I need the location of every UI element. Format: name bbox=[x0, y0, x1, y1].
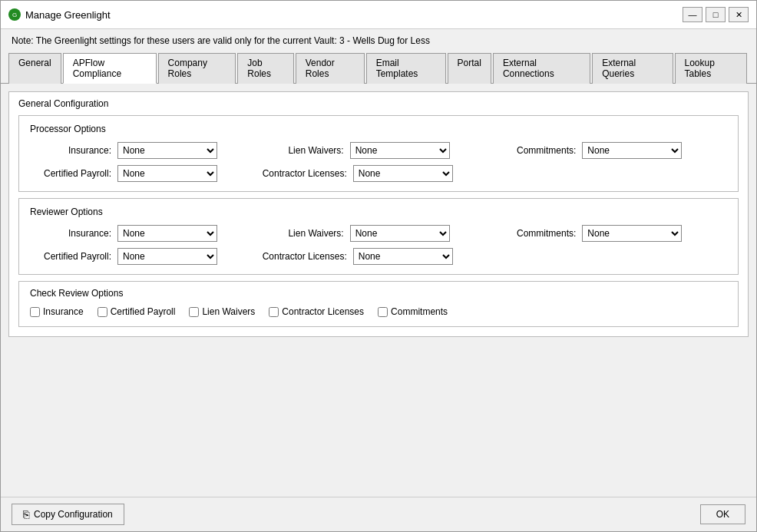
tab-general[interactable]: General bbox=[8, 53, 61, 84]
reviewer-commitments-group: Commitments: None bbox=[494, 225, 727, 242]
window-controls: — □ ✕ bbox=[683, 7, 749, 22]
reviewer-contractor-licenses-group: Contractor Licenses: None bbox=[263, 248, 495, 265]
checkbox-certified-payroll-input[interactable] bbox=[98, 307, 107, 317]
checkbox-lien-waivers[interactable]: Lien Waivers bbox=[189, 306, 255, 317]
tab-external-queries[interactable]: External Queries bbox=[592, 53, 673, 84]
svg-text:G: G bbox=[12, 12, 17, 18]
minimize-button[interactable]: — bbox=[683, 7, 702, 22]
tabs-bar: General APFlow Compliance Company Roles … bbox=[1, 52, 756, 84]
checkbox-insurance-label: Insurance bbox=[43, 306, 84, 317]
checkbox-lien-waivers-label: Lien Waivers bbox=[202, 306, 255, 317]
reviewer-certified-payroll-select[interactable]: None bbox=[117, 248, 217, 265]
note-text: Note: The Greenlight settings for these … bbox=[12, 35, 430, 46]
reviewer-contractor-licenses-label: Contractor Licenses: bbox=[263, 251, 350, 262]
processor-insurance-group: Insurance: None bbox=[30, 142, 263, 159]
general-config-title: General Configuration bbox=[18, 98, 739, 109]
footer: ⎘ Copy Configuration OK bbox=[1, 497, 756, 531]
reviewer-insurance-select[interactable]: None bbox=[117, 225, 217, 242]
title-bar-left: G Manage Greenlight bbox=[8, 8, 111, 21]
tab-portal[interactable]: Portal bbox=[448, 53, 491, 84]
processor-row-1: Insurance: None Lien Waivers: None bbox=[30, 142, 727, 159]
processor-contractor-licenses-group: Contractor Licenses: None bbox=[263, 165, 495, 182]
maximize-button[interactable]: □ bbox=[706, 7, 726, 22]
general-config-section: General Configuration Processor Options … bbox=[8, 91, 749, 337]
processor-contractor-licenses-label: Contractor Licenses: bbox=[263, 168, 350, 179]
processor-certified-payroll-label: Certified Payroll: bbox=[30, 168, 114, 179]
reviewer-options-grid: Insurance: None Lien Waivers: None bbox=[30, 225, 727, 265]
tab-company-roles[interactable]: Company Roles bbox=[158, 53, 236, 84]
checkbox-contractor-licenses-label: Contractor Licenses bbox=[282, 306, 364, 317]
processor-contractor-licenses-select[interactable]: None bbox=[353, 165, 453, 182]
processor-options-section: Processor Options Insurance: None Lien W… bbox=[18, 115, 739, 192]
processor-options-title: Processor Options bbox=[30, 124, 727, 134]
check-review-title: Check Review Options bbox=[30, 288, 727, 299]
reviewer-contractor-licenses-select[interactable]: None bbox=[353, 248, 453, 265]
reviewer-lien-waivers-group: Lien Waivers: None bbox=[263, 225, 495, 242]
copy-configuration-button[interactable]: ⎘ Copy Configuration bbox=[12, 504, 124, 525]
copy-icon: ⎘ bbox=[23, 508, 29, 520]
processor-options-grid: Insurance: None Lien Waivers: None bbox=[30, 142, 727, 182]
close-button[interactable]: ✕ bbox=[729, 7, 749, 22]
check-review-section: Check Review Options Insurance Certified… bbox=[18, 281, 739, 327]
processor-certified-payroll-select[interactable]: None bbox=[117, 165, 217, 182]
checkbox-commitments-input[interactable] bbox=[378, 307, 388, 317]
window-title: Manage Greenlight bbox=[25, 9, 111, 21]
tab-apflow[interactable]: APFlow Compliance bbox=[63, 53, 157, 84]
tab-vendor-roles[interactable]: Vendor Roles bbox=[296, 53, 365, 84]
checkbox-commitments[interactable]: Commitments bbox=[378, 306, 448, 317]
processor-insurance-label: Insurance: bbox=[30, 145, 114, 156]
checkbox-certified-payroll-label: Certified Payroll bbox=[111, 306, 176, 317]
main-window: G Manage Greenlight — □ ✕ Note: The Gree… bbox=[0, 0, 757, 532]
reviewer-options-section: Reviewer Options Insurance: None Lien Wa… bbox=[18, 198, 739, 275]
note-bar: Note: The Greenlight settings for these … bbox=[1, 29, 756, 52]
reviewer-lien-waivers-label: Lien Waivers: bbox=[263, 228, 347, 239]
checkbox-certified-payroll[interactable]: Certified Payroll bbox=[98, 306, 176, 317]
processor-insurance-select[interactable]: None bbox=[117, 142, 217, 159]
tab-external-connections[interactable]: External Connections bbox=[493, 53, 590, 84]
reviewer-row-2: Certified Payroll: None Contractor Licen… bbox=[30, 248, 727, 265]
reviewer-options-title: Reviewer Options bbox=[30, 207, 727, 217]
processor-commitments-select[interactable]: None bbox=[582, 142, 682, 159]
reviewer-commitments-label: Commitments: bbox=[494, 228, 579, 239]
processor-row-2: Certified Payroll: None Contractor Licen… bbox=[30, 165, 727, 182]
main-content: General Configuration Processor Options … bbox=[1, 84, 756, 497]
ok-button[interactable]: OK bbox=[700, 504, 745, 524]
checkbox-contractor-licenses-input[interactable] bbox=[269, 307, 279, 317]
reviewer-certified-payroll-label: Certified Payroll: bbox=[30, 251, 114, 262]
processor-commitments-label: Commitments: bbox=[494, 145, 579, 156]
reviewer-insurance-group: Insurance: None bbox=[30, 225, 263, 242]
checkbox-contractor-licenses[interactable]: Contractor Licenses bbox=[269, 306, 364, 317]
processor-lien-waivers-label: Lien Waivers: bbox=[263, 145, 347, 156]
reviewer-commitments-select[interactable]: None bbox=[582, 225, 682, 242]
checkbox-commitments-label: Commitments bbox=[391, 306, 448, 317]
processor-certified-payroll-group: Certified Payroll: None bbox=[30, 165, 263, 182]
reviewer-insurance-label: Insurance: bbox=[30, 228, 114, 239]
reviewer-lien-waivers-select[interactable]: None bbox=[350, 225, 450, 242]
copy-configuration-label: Copy Configuration bbox=[34, 509, 113, 520]
processor-commitments-group: Commitments: None bbox=[494, 142, 727, 159]
checkbox-insurance-input[interactable] bbox=[30, 307, 40, 317]
checkboxes-row: Insurance Certified Payroll Lien Waivers… bbox=[30, 306, 727, 317]
reviewer-certified-payroll-group: Certified Payroll: None bbox=[30, 248, 263, 265]
processor-lien-waivers-select[interactable]: None bbox=[350, 142, 450, 159]
reviewer-row-1: Insurance: None Lien Waivers: None bbox=[30, 225, 727, 242]
processor-lien-waivers-group: Lien Waivers: None bbox=[263, 142, 495, 159]
tab-job-roles[interactable]: Job Roles bbox=[237, 53, 293, 84]
tab-email-templates[interactable]: Email Templates bbox=[366, 53, 446, 84]
tab-lookup-tables[interactable]: Lookup Tables bbox=[675, 53, 748, 84]
title-bar: G Manage Greenlight — □ ✕ bbox=[1, 1, 756, 29]
checkbox-lien-waivers-input[interactable] bbox=[189, 307, 199, 317]
checkbox-insurance[interactable]: Insurance bbox=[30, 306, 84, 317]
app-icon: G bbox=[8, 8, 21, 21]
